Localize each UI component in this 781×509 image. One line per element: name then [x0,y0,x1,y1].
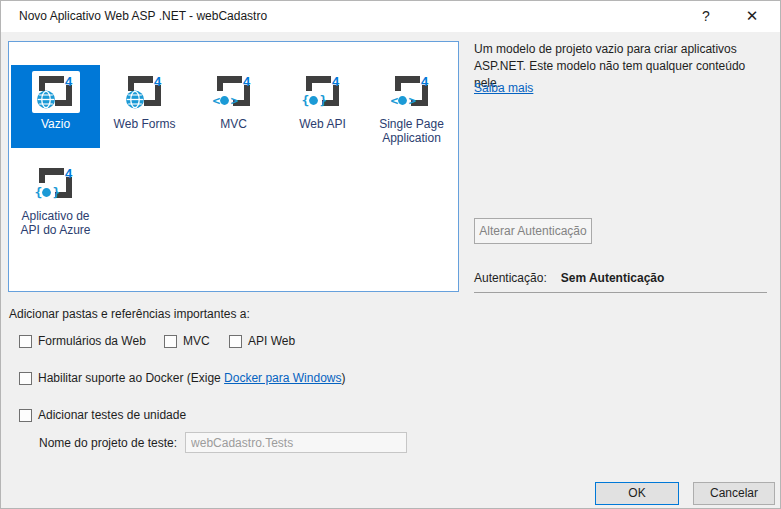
new-aspnet-web-app-dialog: Novo Aplicativo Web ASP .NET - webCadast… [0,0,781,509]
template-item-web-forms[interactable]: 4 Web Forms [100,65,189,148]
azure-api-app-icon: 4 { } [32,163,80,205]
checkbox-box[interactable] [19,372,32,385]
checkbox-add-unit-tests[interactable]: Adicionar testes de unidade [19,408,186,422]
test-project-name-label: Nome do projeto de teste: [39,436,177,450]
test-project-name-row: Nome do projeto de teste: [39,432,407,453]
template-item-azure-api[interactable]: 4 { } Aplicativo de API do Azure [11,157,100,240]
test-project-name-input[interactable] [185,432,407,453]
checkbox-web-forms-folders[interactable]: Formulários da Web [19,334,146,348]
svg-text:4: 4 [65,74,73,89]
learn-more-link[interactable]: Saiba mais [474,81,533,95]
single-page-app-icon: 4 < > [388,71,436,113]
svg-text:4: 4 [65,166,73,181]
svg-text:>: > [230,93,238,108]
checkbox-web-api-folders[interactable]: API Web [229,334,295,348]
template-item-web-api[interactable]: 4 { } Web API [278,65,367,148]
checkbox-box[interactable] [19,409,32,422]
help-icon[interactable]: ? [690,5,722,27]
authentication-value: Sem Autenticação [561,271,665,285]
svg-text:4: 4 [154,74,162,89]
dialog-title: Novo Aplicativo Web ASP .NET - webCadast… [19,9,267,23]
checkbox-box[interactable] [164,335,177,348]
separator-line [474,292,767,293]
checkbox-docker-support[interactable]: Habilitar suporte ao Docker (Exige Docke… [19,371,345,385]
web-api-icon: 4 { } [299,71,347,113]
change-authentication-button[interactable]: Alterar Autenticação [474,218,592,244]
svg-text:4: 4 [243,74,251,89]
close-icon[interactable]: ✕ [736,5,768,27]
cancel-button[interactable]: Cancelar [693,482,775,505]
template-item-vazio[interactable]: 4 Vazio [11,65,100,148]
svg-text:}: } [319,93,327,108]
checkbox-box[interactable] [229,335,242,348]
svg-text:}: } [52,185,60,200]
checkbox-mvc-folders[interactable]: MVC [164,334,210,348]
docker-label: Habilitar suporte ao Docker (Exige Docke… [38,371,345,385]
template-list: 4 Vazio 4 Web Forms [8,41,459,292]
svg-text:4: 4 [421,74,429,89]
svg-text:<: < [212,93,220,108]
docker-for-windows-link[interactable]: Docker para Windows [224,371,341,385]
mvc-icon: 4 < > [210,71,258,113]
svg-text:>: > [408,93,416,108]
svg-text:<: < [390,93,398,108]
checkbox-box[interactable] [19,335,32,348]
svg-text:{: { [34,185,42,200]
template-item-spa[interactable]: 4 < > Single Page Application [367,65,456,148]
authentication-row: Autenticação:Sem Autenticação [474,271,664,285]
add-folders-heading: Adicionar pastas e referências important… [9,307,250,321]
titlebar: Novo Aplicativo Web ASP .NET - webCadast… [1,1,780,32]
web-forms-icon: 4 [121,71,169,113]
authentication-label: Autenticação: [474,271,547,285]
svg-text:{: { [301,93,309,108]
empty-web-app-icon: 4 [32,71,80,113]
ok-button[interactable]: OK [595,482,679,505]
template-item-mvc[interactable]: 4 < > MVC [189,65,278,148]
template-tiles: 4 Vazio 4 Web Forms [9,42,458,240]
svg-text:4: 4 [332,74,340,89]
